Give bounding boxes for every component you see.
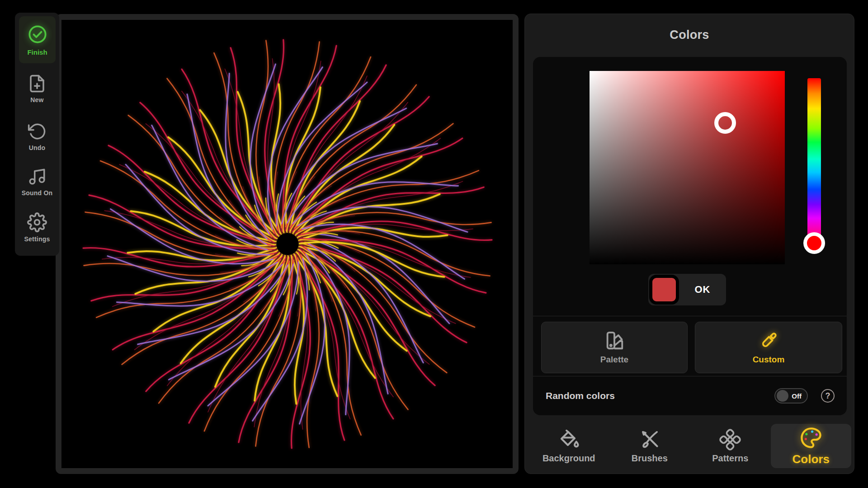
- music-note-icon: [28, 167, 47, 186]
- ok-label: OK: [679, 274, 726, 305]
- color-picker-container: OK Palette Custom: [533, 57, 847, 415]
- eyedropper-icon: [758, 330, 779, 351]
- new-label: New: [30, 96, 43, 103]
- tab-background-label: Background: [542, 453, 595, 464]
- random-colors-row: Random colors Off ?: [533, 376, 847, 415]
- tab-bar: Background Brushes Patterns: [528, 424, 851, 468]
- undo-button[interactable]: Undo: [15, 122, 59, 151]
- sound-label: Sound On: [22, 189, 52, 197]
- question-mark-icon: ?: [826, 391, 830, 401]
- help-button[interactable]: ?: [821, 389, 835, 403]
- custom-mode-label: Custom: [753, 355, 785, 365]
- patterns-icon: [719, 429, 741, 450]
- saturation-value-area[interactable]: [590, 71, 785, 264]
- new-button[interactable]: New: [15, 74, 59, 103]
- swatchbook-icon: [604, 330, 625, 351]
- tab-colors[interactable]: Colors: [771, 424, 852, 468]
- tab-brushes[interactable]: Brushes: [609, 424, 690, 468]
- brushes-icon: [639, 429, 660, 450]
- tab-colors-label: Colors: [793, 452, 830, 466]
- app-window: Finish New Undo Sound On S: [0, 0, 868, 488]
- toggle-state-label: Off: [792, 389, 802, 403]
- finish-button[interactable]: Finish: [19, 16, 56, 63]
- drawing-canvas[interactable]: [61, 20, 513, 468]
- palette-icon: [799, 426, 823, 450]
- settings-label: Settings: [24, 235, 50, 243]
- settings-button[interactable]: Settings: [15, 212, 59, 243]
- palette-mode-button[interactable]: Palette: [541, 322, 688, 373]
- check-circle-icon: [27, 24, 48, 45]
- hue-slider-thumb[interactable]: [803, 232, 825, 254]
- random-colors-toggle[interactable]: Off: [774, 388, 808, 404]
- colors-panel: Colors OK Palette: [524, 14, 854, 474]
- palette-mode-label: Palette: [600, 355, 628, 365]
- undo-label: Undo: [29, 144, 46, 151]
- gear-icon: [27, 212, 47, 232]
- selected-color-swatch: [649, 275, 679, 305]
- tab-patterns-label: Patterns: [712, 453, 748, 464]
- toolbar-sidebar: Finish New Undo Sound On S: [15, 13, 59, 256]
- tab-background[interactable]: Background: [528, 424, 609, 468]
- tab-patterns[interactable]: Patterns: [690, 424, 771, 468]
- new-file-icon: [28, 74, 47, 93]
- spiral-artwork: [61, 20, 513, 468]
- hue-slider[interactable]: [807, 78, 821, 247]
- undo-icon: [28, 122, 47, 141]
- canvas-frame: [56, 14, 519, 474]
- tab-brushes-label: Brushes: [632, 453, 668, 464]
- custom-mode-button[interactable]: Custom: [695, 322, 842, 373]
- panel-title: Colors: [525, 14, 854, 56]
- paint-bucket-icon: [558, 429, 580, 450]
- ok-button[interactable]: OK: [648, 274, 726, 305]
- finish-label: Finish: [27, 48, 47, 56]
- random-colors-label: Random colors: [546, 376, 615, 415]
- toggle-knob: [777, 390, 788, 402]
- divider: [533, 316, 847, 316]
- saturation-value-thumb[interactable]: [714, 112, 736, 134]
- sound-toggle-button[interactable]: Sound On: [15, 167, 59, 197]
